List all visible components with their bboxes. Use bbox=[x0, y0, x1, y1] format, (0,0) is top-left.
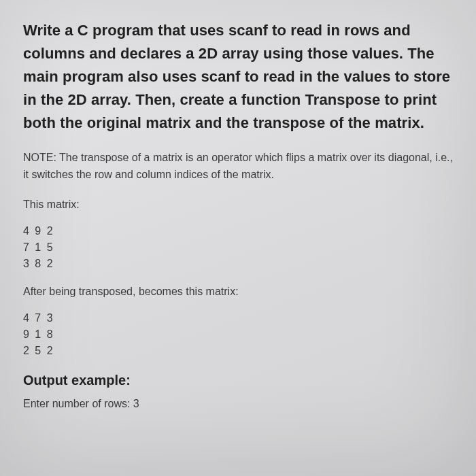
output-example-heading: Output example: bbox=[23, 373, 453, 388]
after-transpose-label: After being transposed, becomes this mat… bbox=[23, 286, 453, 298]
transposed-matrix: 4 7 3 9 1 8 2 5 2 bbox=[23, 310, 453, 359]
this-matrix-label: This matrix: bbox=[23, 199, 453, 211]
output-example-line: Enter number of rows: 3 bbox=[23, 398, 453, 410]
original-matrix: 4 9 2 7 1 5 3 8 2 bbox=[23, 223, 453, 272]
problem-statement: Write a C program that uses scanf to rea… bbox=[23, 19, 453, 135]
note-text: NOTE: The transpose of a matrix is an op… bbox=[23, 150, 453, 184]
